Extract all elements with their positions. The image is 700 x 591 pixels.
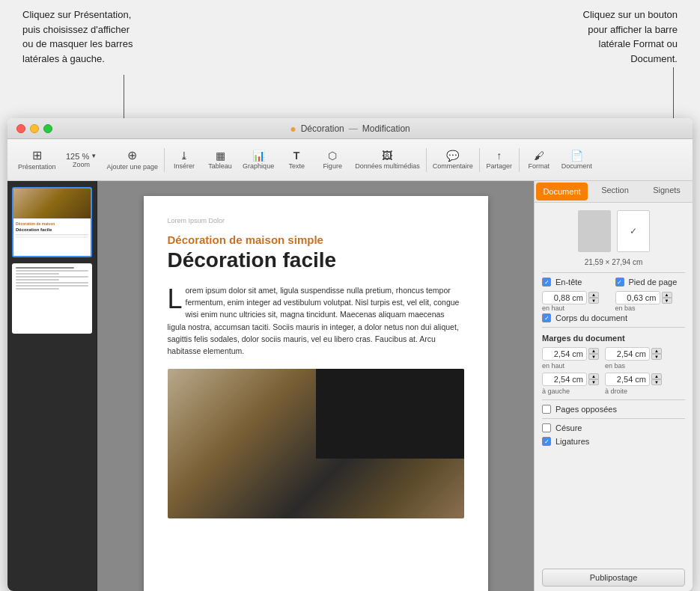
tab-signets[interactable]: Signets [641, 181, 693, 202]
add-page-icon: ⊕ [127, 150, 137, 162]
title-dot: ● [290, 123, 296, 135]
footer-field-row: 0,63 cm ▲ ▼ [615, 291, 686, 304]
margin-right-up[interactable]: ▲ [651, 373, 662, 379]
header-section: ✓ En-tête 0,88 cm ▲ ▼ en haut [542, 278, 612, 312]
thumb-text-1: Décoration de maison Décoration facile [13, 220, 91, 240]
margin-left-field[interactable]: 2,54 cm [542, 373, 587, 386]
body-doc-checkbox[interactable]: ✓ [542, 313, 551, 322]
traffic-lights [16, 124, 52, 133]
margin-right-row: 2,54 cm ▲ ▼ [605, 373, 662, 386]
ligatures-label: Ligatures [556, 437, 589, 446]
margin-left-stepper[interactable]: ▲ ▼ [588, 373, 599, 385]
margin-top-field[interactable]: 2,54 cm [542, 347, 587, 361]
toolbar-graphic[interactable]: 📊 Graphique [238, 147, 279, 173]
toolbar-insert[interactable]: ⤓ Insérer [166, 147, 202, 173]
margin-left-down[interactable]: ▼ [588, 379, 599, 385]
tab-document[interactable]: Document [536, 183, 588, 200]
page-thumb-inner-1: Décoration de maison Décoration facile [13, 189, 91, 256]
footer-position: en bas [615, 304, 645, 312]
toolbar-document[interactable]: 📄 Document [557, 147, 597, 173]
annotation-area: Cliquez sur Présentation,puis choisissez… [0, 0, 700, 118]
toolbar-add-page[interactable]: ⊕ Ajouter une page [103, 147, 163, 174]
margin-top-down[interactable]: ▼ [588, 354, 599, 360]
publipostage-button[interactable]: Publipostage [542, 569, 685, 587]
table-label: Tableau [208, 162, 232, 170]
document-icon: 📄 [570, 150, 583, 161]
footer-field[interactable]: 0,63 cm [615, 291, 660, 304]
toolbar-sep-3 [479, 148, 480, 172]
content-area: 1 Décoration de maison Décoration facile [7, 181, 693, 591]
maximize-button[interactable] [43, 124, 52, 133]
header-stepper-down[interactable]: ▼ [588, 298, 599, 304]
divider-2 [542, 327, 685, 328]
margin-bottom-stepper[interactable]: ▲ ▼ [651, 348, 662, 360]
margin-top-stepper[interactable]: ▲ ▼ [588, 348, 599, 360]
thumb-line-3 [16, 273, 59, 275]
toolbar-sep-2 [426, 148, 427, 172]
ligatures-row: ✓ Ligatures [542, 437, 685, 446]
add-page-label: Ajouter une page [107, 163, 159, 171]
toolbar-comment[interactable]: 💬 Commentaire [428, 147, 478, 173]
toolbar-table[interactable]: ▦ Tableau [202, 147, 238, 173]
header-footer-row: ✓ En-tête 0,88 cm ▲ ▼ en haut [542, 278, 685, 312]
thumb-line-2 [16, 270, 88, 272]
footer-label: Pied de page [629, 278, 678, 287]
opposite-pages-checkbox[interactable]: ✓ [542, 405, 551, 414]
toolbar-media[interactable]: 🖼 Données multimédias [350, 147, 424, 173]
format-label: Format [528, 162, 550, 170]
close-button[interactable] [16, 124, 25, 133]
doc-title: Décoration facile [168, 249, 464, 272]
margin-right-down[interactable]: ▼ [651, 379, 662, 385]
zoom-chevron: ▼ [91, 153, 97, 159]
doc-image [168, 369, 464, 518]
toolbar-share[interactable]: ↑ Partager [481, 147, 517, 173]
hyphenation-checkbox[interactable]: ✓ [542, 423, 551, 432]
page-preview-2[interactable] [617, 210, 650, 252]
header-label: En-tête [556, 278, 582, 287]
media-icon: 🖼 [382, 150, 392, 161]
margin-left-up[interactable]: ▲ [588, 373, 599, 379]
ligatures-checkbox[interactable]: ✓ [542, 437, 551, 446]
header-stepper-up[interactable]: ▲ [588, 292, 599, 298]
minimize-button[interactable] [30, 124, 39, 133]
margin-right-label: à droite [605, 388, 635, 395]
page-thumb-1[interactable]: Décoration de maison Décoration facile [12, 187, 92, 257]
body-doc-label: Corps du document [556, 313, 627, 322]
title-status: Modification [362, 123, 410, 134]
margin-top-up[interactable]: ▲ [588, 348, 599, 354]
page-thumb-2[interactable] [12, 263, 92, 334]
toolbar-shape[interactable]: ⬡ Figure [314, 147, 350, 173]
toolbar-zoom[interactable]: 125 % ▼ zoom [61, 149, 103, 171]
comment-label: Commentaire [433, 162, 473, 170]
zoom-value: 125 % ▼ [66, 152, 97, 161]
margin-bottom-field[interactable]: 2,54 cm [605, 347, 650, 361]
toolbar-format[interactable]: 🖌 Format [521, 147, 557, 173]
header-checkbox[interactable]: ✓ [542, 278, 551, 287]
divider-1 [542, 272, 685, 273]
zoom-label: zoom [73, 161, 90, 168]
margin-bottom-up[interactable]: ▲ [651, 348, 662, 354]
footer-checkbox[interactable]: ✓ [615, 278, 624, 287]
toolbar-text[interactable]: T Texte [279, 147, 314, 173]
margin-right-field[interactable]: 2,54 cm [605, 373, 650, 386]
footer-stepper-down[interactable]: ▼ [662, 298, 672, 304]
footer-stepper-up[interactable]: ▲ [662, 292, 672, 298]
page-preview-container-1 [578, 210, 611, 252]
margins-left-right: 2,54 cm ▲ ▼ à gauche 2,54 cm ▲ [542, 373, 685, 395]
media-label: Données multimédias [355, 162, 420, 170]
text-icon: T [293, 150, 300, 161]
tab-section[interactable]: Section [589, 181, 641, 202]
page-preview-container-2 [617, 210, 650, 252]
header-field[interactable]: 0,88 cm [542, 291, 587, 304]
toolbar-sep-1 [164, 148, 165, 172]
header-stepper[interactable]: ▲ ▼ [588, 292, 599, 304]
title-name: Décoration [301, 123, 344, 134]
footer-stepper[interactable]: ▲ ▼ [662, 292, 672, 304]
margin-right-stepper[interactable]: ▲ ▼ [651, 373, 662, 385]
thumb-line-6 [16, 282, 88, 284]
format-icon: 🖌 [534, 150, 544, 161]
doc-body-text: orem ipsum dolor sit amet, ligula suspen… [168, 286, 460, 355]
toolbar-presentation[interactable]: ⊞ Présentation [13, 147, 61, 174]
page-preview-1[interactable] [578, 210, 611, 252]
margin-bottom-down[interactable]: ▼ [651, 354, 662, 360]
